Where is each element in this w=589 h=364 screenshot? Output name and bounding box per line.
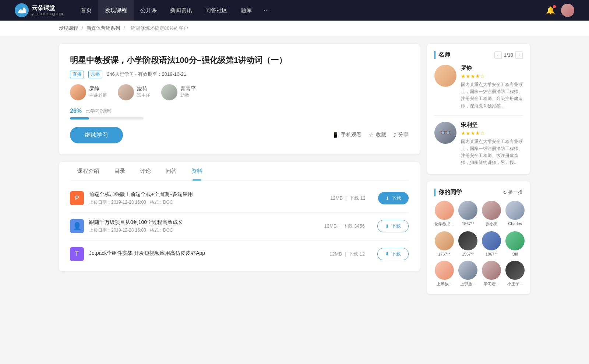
- actions-row: 继续学习 📱 手机观看 ☆ 收藏 ⤴ 分享: [70, 127, 409, 143]
- badge-live: 直播: [70, 71, 84, 78]
- student-1-avatar: [435, 201, 454, 220]
- teacher-3-info: 青青平 助教: [180, 86, 196, 99]
- mobile-watch-button[interactable]: 📱 手机观看: [332, 132, 361, 138]
- pg-prev-button[interactable]: ‹: [494, 51, 502, 59]
- navbar: 云朵课堂 yunduoketang.com 首页 发现课程 公开课 新闻资讯 问…: [0, 0, 589, 21]
- bell-icon[interactable]: 🔔: [546, 6, 555, 15]
- progress-text: 已学习0课时: [85, 108, 112, 114]
- progress-bar-bg: [70, 117, 144, 119]
- student-8: Bill: [505, 231, 525, 256]
- bell-notification-dot: [553, 5, 556, 8]
- teachers-row: 罗静 主讲老师 凌荷 班主任 青青平 助教: [70, 84, 409, 100]
- course-title: 明星中教授课，小学阶段语法100分–强化级第1讲动词（一）: [70, 55, 409, 66]
- sidebar-teacher-2-stars: ★★★★☆: [461, 130, 523, 136]
- download-button-1[interactable]: ⬇下载: [378, 192, 409, 204]
- teacher-1-name: 罗静: [89, 86, 107, 92]
- refresh-students-button[interactable]: ↻ 换一换: [503, 189, 523, 196]
- sidebar-teacher-1-name: 罗静: [461, 65, 523, 72]
- student-6-name: 1567**: [462, 252, 474, 256]
- student-5: 1767**: [434, 231, 454, 256]
- collect-button[interactable]: ☆ 收藏: [369, 132, 386, 138]
- download-button-2[interactable]: ⬇下载: [377, 220, 409, 232]
- nav-item-discover[interactable]: 发现课程: [98, 0, 134, 21]
- student-4-name: Charles: [508, 221, 522, 226]
- teacher-2: 凌荷 班主任: [118, 84, 150, 100]
- user-avatar-nav[interactable]: [561, 4, 574, 17]
- student-5-avatar: [435, 231, 454, 250]
- left-content: 明星中教授课，小学阶段语法100分–强化级第1讲动词（一） 直播 录播 246人…: [59, 44, 420, 301]
- nav-more[interactable]: ···: [258, 0, 274, 21]
- progress-section: 26% 已学习0课时: [70, 108, 409, 119]
- resource-icon-2: 👤: [70, 219, 84, 233]
- refresh-label: 换一换: [508, 189, 523, 196]
- student-6: 1567**: [458, 231, 477, 256]
- nav-item-qa[interactable]: 问答社区: [199, 0, 234, 21]
- student-1: 化学教书...: [434, 201, 454, 227]
- nav-right: 🔔: [546, 4, 574, 17]
- student-12-name: 小王子...: [507, 281, 523, 287]
- student-10-name: 上班族...: [460, 281, 476, 287]
- resource-name-2: 跟随千万级项目从0到100全过程高效成长: [89, 219, 312, 226]
- logo[interactable]: 云朵课堂 yunduoketang.com: [15, 3, 63, 17]
- continue-button[interactable]: 继续学习: [70, 127, 123, 143]
- sidebar-teacher-1-avatar: [434, 65, 456, 87]
- resource-icon-1: P: [70, 191, 84, 205]
- progress-bar-fill: [70, 117, 89, 119]
- tab-catalog[interactable]: 目录: [107, 162, 133, 181]
- breadcrumb-series[interactable]: 新媒体营销系列: [87, 25, 120, 31]
- student-3-avatar: [482, 201, 501, 220]
- student-3-name: 张小田: [486, 221, 498, 227]
- user-avatar-img: [561, 4, 574, 17]
- students-card-title: 你的同学: [434, 189, 462, 196]
- download-button-3[interactable]: ⬇下载: [377, 248, 409, 260]
- teacher-3-role: 助教: [180, 92, 196, 99]
- tab-resource[interactable]: 资料: [184, 162, 210, 181]
- student-7-avatar: [482, 231, 501, 250]
- resource-stats-1: 12MB | 下载 12: [330, 195, 366, 201]
- student-11-name: 学习者...: [484, 281, 499, 287]
- resource-item-2: 👤 跟随千万级项目从0到100全过程高效成长 上传日期：2019-12-28 1…: [70, 213, 409, 240]
- student-12: 小王子...: [505, 261, 525, 287]
- mobile-watch-label: 手机观看: [341, 132, 361, 138]
- nav-item-exam[interactable]: 题库: [234, 0, 258, 21]
- student-3: 张小田: [482, 201, 501, 227]
- nav-item-open[interactable]: 公开课: [134, 0, 163, 21]
- share-button[interactable]: ⤴ 分享: [394, 132, 409, 138]
- resource-icon-3: T: [70, 247, 84, 261]
- tabs-card: 课程介绍 目录 评论 问答 资料 P 前端全栈加强版！前端全栈+全周期+多端应用…: [59, 162, 420, 271]
- teacher-3-name: 青青平: [180, 86, 196, 92]
- student-2-avatar: [458, 201, 477, 220]
- student-11-avatar: [482, 261, 501, 280]
- tab-qa[interactable]: 问答: [158, 162, 184, 181]
- sidebar-teacher-1-desc: 国内某重点大学安全工程专业硕士，国家一级注册消防工程师、注册安全工程师、高级注册…: [461, 81, 523, 110]
- mobile-icon: 📱: [332, 132, 339, 138]
- resource-sub-2: 上传日期：2019-12-28 16:00 格式：DOC: [89, 227, 312, 233]
- breadcrumb-discover[interactable]: 发现课程: [59, 25, 78, 31]
- student-9-name: 上班族...: [437, 281, 452, 287]
- tab-review[interactable]: 评论: [133, 162, 158, 181]
- nav-items: 首页 发现课程 公开课 新闻资讯 问答社区 题库 ···: [74, 0, 546, 21]
- student-8-avatar: [505, 231, 525, 250]
- breadcrumb-sep2: /: [123, 25, 126, 31]
- sidebar-teacher-1-stars: ★★★★☆: [461, 73, 523, 79]
- svg-point-0: [19, 10, 24, 14]
- student-12-avatar: [505, 261, 525, 280]
- sidebar-teacher-2-info: 宋利坚 ★★★★☆ 国内某重点大学安全工程专业硕士，国家一级注册消防工程师、注册…: [461, 122, 523, 167]
- action-buttons: 📱 手机观看 ☆ 收藏 ⤴ 分享: [332, 132, 409, 138]
- resource-list: P 前端全栈加强版！前端全栈+全周期+多端应用 上传日期：2019-12-28 …: [70, 181, 409, 271]
- teachers-sidebar-card: 名师 ‹ 1/10 › 罗静 ★★★★☆ 国内某重点大学安全工程专业硕士，国家一…: [427, 44, 530, 174]
- resource-info-2: 跟随千万级项目从0到100全过程高效成长 上传日期：2019-12-28 16:…: [89, 219, 312, 233]
- logo-icon: [15, 3, 29, 17]
- nav-item-news[interactable]: 新闻资讯: [163, 0, 199, 21]
- pg-current: 1/10: [504, 52, 513, 58]
- student-2: 1567**: [458, 201, 477, 227]
- resource-stats-2: 12MB | 下载 3456: [324, 223, 365, 229]
- logo-text: 云朵课堂 yunduoketang.com: [32, 4, 63, 16]
- pg-next-button[interactable]: ›: [515, 51, 523, 59]
- student-7-name: 1867**: [486, 252, 498, 256]
- tab-intro[interactable]: 课程介绍: [70, 162, 107, 181]
- nav-item-home[interactable]: 首页: [74, 0, 98, 21]
- resource-sub-1: 上传日期：2019-12-28 16:00 格式：DOC: [89, 199, 318, 206]
- refresh-icon: ↻: [503, 190, 507, 195]
- student-8-name: Bill: [512, 252, 518, 256]
